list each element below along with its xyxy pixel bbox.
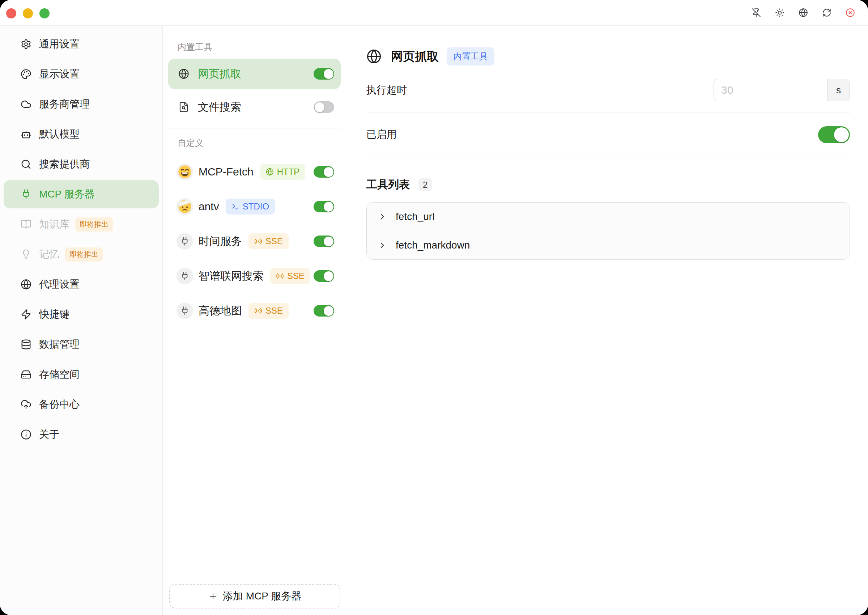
- sidebar-item-backup-center[interactable]: 备份中心: [4, 390, 159, 418]
- builtin-tool-badge: 内置工具: [447, 47, 494, 66]
- mcp-server-zhipu-web-search[interactable]: 智谱联网搜索SSE: [168, 259, 341, 293]
- sidebar-item-default-models[interactable]: 默认模型: [4, 120, 159, 148]
- file-search-toggle[interactable]: [313, 101, 334, 113]
- sidebar-item-data-management[interactable]: 数据管理: [4, 330, 159, 359]
- hard-drive-icon: [20, 369, 31, 380]
- server-avatar: [176, 198, 193, 215]
- server-name: 智谱联网搜索: [199, 269, 263, 284]
- sidebar-item-shortcuts[interactable]: 快捷键: [4, 300, 159, 328]
- chevron-right-icon: [377, 240, 387, 250]
- builtin-tool-file-search[interactable]: 文件搜索: [168, 92, 341, 122]
- timeout-input-group: s: [714, 79, 850, 101]
- radio-icon: [254, 307, 262, 315]
- terminal-icon: [231, 203, 239, 211]
- mcp-server-amap[interactable]: 高德地图SSE: [168, 293, 341, 328]
- globe-icon: [266, 168, 274, 176]
- sidebar-item-label: 知识库: [39, 217, 69, 231]
- titlebar: [0, 0, 868, 26]
- chevron-right-icon: [377, 212, 387, 222]
- sidebar-item-label: 快捷键: [39, 308, 69, 321]
- sidebar-item-proxy-settings[interactable]: 代理设置: [4, 270, 159, 298]
- timeout-row: 执行超时 s: [366, 68, 850, 112]
- file-search-icon: [178, 101, 189, 112]
- time-service-toggle[interactable]: [313, 236, 334, 247]
- plug-icon: [20, 189, 31, 200]
- globe-icon: [178, 69, 189, 79]
- web-fetch-toggle[interactable]: [313, 68, 334, 80]
- sidebar-item-label: 关于: [39, 428, 59, 441]
- seconds-suffix: s: [827, 79, 849, 101]
- refresh-button[interactable]: [822, 8, 832, 17]
- zhipu-web-search-toggle[interactable]: [313, 270, 334, 282]
- pin-off-button[interactable]: [751, 8, 761, 17]
- server-avatar: [176, 164, 193, 180]
- globe-icon: [366, 49, 382, 64]
- sidebar-item-knowledge-base[interactable]: 知识库即将推出: [4, 210, 159, 239]
- coming-soon-badge: 即将推出: [65, 247, 103, 262]
- server-name: MCP-Fetch: [199, 166, 254, 178]
- timeout-input[interactable]: [714, 79, 827, 101]
- transport-badge-sse: SSE: [248, 233, 288, 249]
- settings-window: 通用设置显示设置服务商管理默认模型搜索提供商MCP 服务器知识库即将推出记忆即将…: [0, 0, 868, 615]
- app-window-stage: 通用设置显示设置服务商管理默认模型搜索提供商MCP 服务器知识库即将推出记忆即将…: [0, 0, 868, 615]
- server-name: 高德地图: [199, 303, 242, 318]
- builtin-section-label: 内置工具: [178, 41, 341, 53]
- tool-item-label: fetch_url: [396, 211, 434, 223]
- mcp-server-antv[interactable]: antvSTDIO: [168, 189, 341, 224]
- amap-toggle[interactable]: [313, 305, 334, 317]
- sidebar-item-storage-space[interactable]: 存储空间: [4, 360, 159, 389]
- page-title: 网页抓取: [391, 48, 439, 65]
- sidebar-item-search-providers[interactable]: 搜索提供商: [4, 150, 159, 178]
- zoom-traffic-light[interactable]: [39, 8, 50, 19]
- mcp-server-mcp-fetch[interactable]: MCP-FetchHTTP: [168, 155, 341, 189]
- sidebar-item-provider-management[interactable]: 服务商管理: [4, 90, 159, 118]
- plug-icon: [180, 271, 190, 281]
- toggle-knob: [324, 237, 333, 247]
- theme-button[interactable]: [775, 8, 784, 17]
- cloud-icon: [20, 99, 31, 109]
- mcp-fetch-toggle[interactable]: [313, 166, 334, 178]
- tool-item-fetch_url[interactable]: fetch_url: [367, 203, 849, 231]
- sidebar-item-memory[interactable]: 记忆即将推出: [4, 240, 159, 268]
- sidebar-item-label: 通用设置: [39, 37, 79, 51]
- timeout-label: 执行超时: [366, 83, 407, 97]
- sidebar-item-display-settings[interactable]: 显示设置: [4, 60, 159, 88]
- language-button[interactable]: [799, 8, 808, 17]
- enabled-label: 已启用: [366, 128, 397, 142]
- traffic-lights: [6, 8, 50, 19]
- server-name: 时间服务: [199, 234, 242, 249]
- tool-item-label: fetch_markdown: [396, 239, 470, 251]
- zap-icon: [20, 309, 31, 320]
- server-avatar: [176, 233, 193, 250]
- minimize-traffic-light[interactable]: [23, 8, 33, 19]
- palette-icon: [20, 69, 31, 80]
- titlebar-actions: [751, 0, 855, 25]
- server-avatar: [176, 303, 193, 319]
- add-mcp-server-button[interactable]: 添加 MCP 服务器: [169, 584, 340, 609]
- toggle-knob: [324, 167, 333, 177]
- tools-count-badge: 2: [418, 178, 432, 191]
- tools-header: 工具列表 2: [366, 177, 850, 192]
- cloud-upload-icon: [20, 399, 31, 410]
- close-window-button[interactable]: [846, 8, 855, 17]
- gear-icon: [20, 39, 31, 50]
- toggle-knob: [834, 127, 849, 142]
- detail-header: 网页抓取 内置工具: [366, 48, 850, 65]
- transport-label: STDIO: [243, 201, 269, 212]
- enabled-toggle[interactable]: [818, 126, 850, 143]
- custom-section-label: 自定义: [178, 137, 341, 149]
- antv-toggle[interactable]: [313, 201, 334, 212]
- server-avatar: [176, 268, 193, 284]
- sidebar-item-general-settings[interactable]: 通用设置: [4, 30, 159, 58]
- sidebar-item-mcp-servers[interactable]: MCP 服务器: [4, 180, 159, 208]
- sidebar-item-label: 记忆: [39, 247, 59, 261]
- tool-item-fetch_markdown[interactable]: fetch_markdown: [367, 231, 849, 259]
- sidebar-item-about[interactable]: 关于: [4, 420, 159, 449]
- toggle-knob: [315, 102, 324, 112]
- builtin-tool-name: 文件搜索: [198, 100, 241, 115]
- close-traffic-light[interactable]: [6, 8, 16, 19]
- database-icon: [20, 339, 31, 350]
- sidebar-item-label: 显示设置: [39, 67, 79, 81]
- mcp-server-time-service[interactable]: 时间服务SSE: [168, 224, 341, 259]
- builtin-tool-web-fetch[interactable]: 网页抓取: [168, 59, 341, 89]
